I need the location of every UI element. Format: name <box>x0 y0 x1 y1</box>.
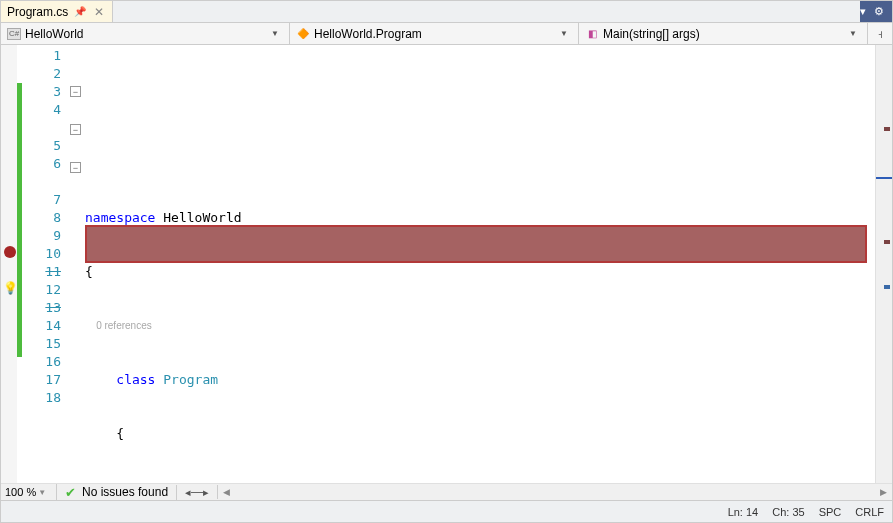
chevron-down-icon: ▼ <box>38 488 46 497</box>
horizontal-scroll-area: 100 % ▼ ✔ No issues found ◂—▸ ◀ ▶ <box>1 483 892 500</box>
arrow-right-icon: ▸ <box>203 486 209 498</box>
scroll-left-button[interactable]: ◀ <box>218 487 235 497</box>
indent-indicator[interactable]: SPC <box>819 506 842 518</box>
tab-bar: Program.cs 📌 ✕ ▾ ⚙ <box>1 1 892 23</box>
gear-icon[interactable]: ⚙ <box>874 5 884 18</box>
arrow-left-icon: ◂ <box>185 486 191 498</box>
fold-toggle[interactable]: − <box>70 86 81 97</box>
pin-icon[interactable]: 📌 <box>74 6 86 17</box>
tab-filename: Program.cs <box>7 5 68 19</box>
csharp-icon: C# <box>7 28 21 40</box>
close-icon[interactable]: ✕ <box>92 5 106 19</box>
breakpoint-margin[interactable]: 💡 <box>1 45 17 483</box>
status-bar: Ln: 14 Ch: 35 SPC CRLF <box>1 500 892 522</box>
fold-column: − − − <box>69 45 85 483</box>
split-icon: ⫞ <box>877 27 883 41</box>
breakpoint-icon[interactable] <box>4 246 16 258</box>
method-icon: ◧ <box>585 28 599 40</box>
nav-class[interactable]: 🔶 HelloWorld.Program ▼ <box>290 23 579 44</box>
vertical-scrollbar[interactable] <box>875 45 892 483</box>
issues-status[interactable]: ✔ No issues found <box>57 485 177 500</box>
scroll-right-button[interactable]: ▶ <box>875 487 892 497</box>
lineending-indicator[interactable]: CRLF <box>855 506 884 518</box>
change-indicator <box>17 45 25 483</box>
split-view-button[interactable]: ⫞ <box>868 23 892 44</box>
file-tab[interactable]: Program.cs 📌 ✕ <box>1 1 113 22</box>
zoom-dropdown[interactable]: 100 % ▼ <box>1 484 57 501</box>
nav-namespace[interactable]: C# HelloWorld ▼ <box>1 23 290 44</box>
navigation-bar: C# HelloWorld ▼ 🔶 HelloWorld.Program ▼ ◧… <box>1 23 892 45</box>
class-icon: 🔶 <box>296 28 310 40</box>
line-indicator[interactable]: Ln: 14 <box>728 506 759 518</box>
lightbulb-icon[interactable]: 💡 <box>3 281 18 295</box>
window-controls: ▾ ⚙ <box>860 1 892 22</box>
nav-method[interactable]: ◧ Main(string[] args) ▼ <box>579 23 868 44</box>
fold-toggle[interactable]: − <box>70 162 81 173</box>
chevron-down-icon: ▼ <box>267 29 283 38</box>
editor[interactable]: 💡 1 2 3 4 5 6 7 8 9 10 11 12 13 14 15 16… <box>1 45 892 483</box>
window-dropdown-icon[interactable]: ▾ <box>860 5 866 18</box>
code-content[interactable]: namespace HelloWorld { 0 references clas… <box>85 45 875 483</box>
fold-toggle[interactable]: − <box>70 124 81 135</box>
chevron-down-icon: ▼ <box>845 29 861 38</box>
line-numbers: 1 2 3 4 5 6 7 8 9 10 11 12 13 14 15 16 1… <box>25 45 69 483</box>
char-indicator[interactable]: Ch: 35 <box>772 506 804 518</box>
check-icon: ✔ <box>65 485 76 500</box>
chevron-down-icon: ▼ <box>556 29 572 38</box>
nav-arrows[interactable]: ◂—▸ <box>177 485 218 499</box>
